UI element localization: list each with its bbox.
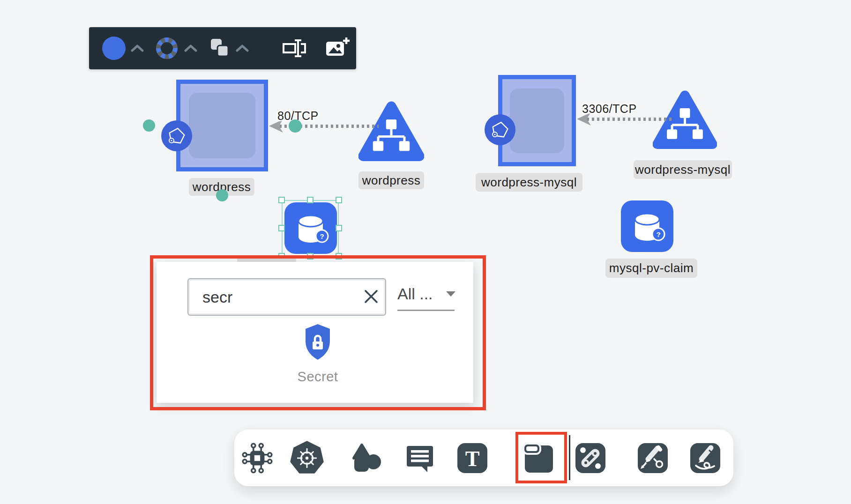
tool-shapes[interactable] xyxy=(349,440,384,476)
category-filter-dropdown[interactable]: All ... xyxy=(397,285,456,303)
shapes-icon xyxy=(350,441,383,475)
fill-style-button[interactable] xyxy=(100,35,146,62)
pencil-swirl-icon xyxy=(688,441,722,475)
text-field-cursor-icon xyxy=(281,37,307,59)
resource-search-input[interactable] xyxy=(187,278,386,316)
close-icon xyxy=(363,289,379,304)
rename-button[interactable] xyxy=(279,36,309,61)
svg-text:?: ? xyxy=(320,232,324,240)
resize-handle-e[interactable] xyxy=(336,225,342,231)
service-wordpress-mysql-label: wordpress-mysql xyxy=(635,163,731,177)
service-triangle-icon xyxy=(358,100,424,165)
pod-badge-icon xyxy=(161,120,192,151)
tool-freehand-pencil[interactable] xyxy=(687,440,723,476)
search-result-secret[interactable]: Secret xyxy=(287,323,348,385)
node-pvc-mysql[interactable]: ? xyxy=(621,200,673,252)
frame-icon xyxy=(523,442,555,474)
filter-underline xyxy=(397,310,455,311)
image-plus-icon xyxy=(324,36,351,60)
deployment-wordpress-mysql-label: wordpress-mysql xyxy=(481,175,577,190)
node-label: wordpress xyxy=(358,171,424,189)
node-service-wordpress-mysql[interactable] xyxy=(653,89,717,153)
tool-dock: T xyxy=(234,430,733,486)
connection-port[interactable] xyxy=(143,119,155,132)
resize-handle-w[interactable] xyxy=(278,225,285,231)
deployment-inner-shape xyxy=(189,93,255,158)
svg-text:?: ? xyxy=(656,230,660,238)
node-pvc-selected[interactable]: ? xyxy=(284,202,337,254)
style-toolbar xyxy=(89,27,356,69)
pen-arrow-icon xyxy=(636,441,670,475)
tool-infrastructure-chip[interactable] xyxy=(239,440,275,476)
filter-value: All ... xyxy=(397,285,433,303)
copy-style-button[interactable] xyxy=(206,35,251,61)
resize-handle-n[interactable] xyxy=(307,197,314,203)
secret-shield-icon xyxy=(303,323,333,361)
tool-kubernetes[interactable] xyxy=(289,440,325,476)
node-label: wordpress-mysql xyxy=(476,173,582,192)
node-label: wordpress-mysql xyxy=(634,160,732,179)
edge-endpoint-port[interactable] xyxy=(289,119,302,133)
dock-divider xyxy=(569,435,570,480)
border-style-button[interactable] xyxy=(153,34,200,62)
tool-connector-pen[interactable] xyxy=(635,440,671,476)
add-image-button[interactable] xyxy=(322,34,352,62)
resize-handle-ne[interactable] xyxy=(336,197,342,203)
node-label: mysql-pv-claim xyxy=(605,259,697,278)
pod-badge-icon xyxy=(485,114,515,145)
chevron-up-icon xyxy=(235,44,249,52)
clear-search-button[interactable] xyxy=(362,288,381,306)
chain-link-icon xyxy=(574,441,607,475)
tool-link-chain[interactable] xyxy=(573,440,608,476)
dashed-ring-icon xyxy=(155,36,179,60)
node-service-wordpress[interactable] xyxy=(358,100,424,165)
tool-frame[interactable] xyxy=(521,440,557,476)
text-icon: T xyxy=(456,442,489,474)
tool-comment[interactable] xyxy=(402,440,438,476)
result-label: Secret xyxy=(298,369,338,385)
overlapping-squares-icon xyxy=(208,37,231,59)
resize-handle-nw[interactable] xyxy=(278,197,285,203)
tool-text[interactable]: T xyxy=(455,440,490,476)
chevron-up-icon xyxy=(130,44,144,52)
deployment-inner-shape xyxy=(510,89,564,153)
edge-dotted-line xyxy=(587,118,672,121)
chevron-down-icon xyxy=(445,290,456,297)
comment-icon xyxy=(403,441,437,475)
chevron-up-icon xyxy=(184,44,198,52)
kubernetes-helm-icon xyxy=(289,440,325,476)
edge-port-label: 3306/TCP xyxy=(582,102,637,116)
service-wordpress-label: wordpress xyxy=(362,173,420,188)
chip-icon xyxy=(240,441,275,475)
connection-port[interactable] xyxy=(216,189,228,201)
node-deployment-wordpress[interactable] xyxy=(176,80,268,171)
database-question-icon: ? xyxy=(284,202,337,254)
database-question-icon: ? xyxy=(621,200,673,252)
fill-color-circle-icon xyxy=(102,37,126,60)
svg-text:T: T xyxy=(465,447,480,471)
pvc-mysql-label: mysql-pv-claim xyxy=(609,261,694,275)
service-triangle-icon xyxy=(653,89,717,153)
